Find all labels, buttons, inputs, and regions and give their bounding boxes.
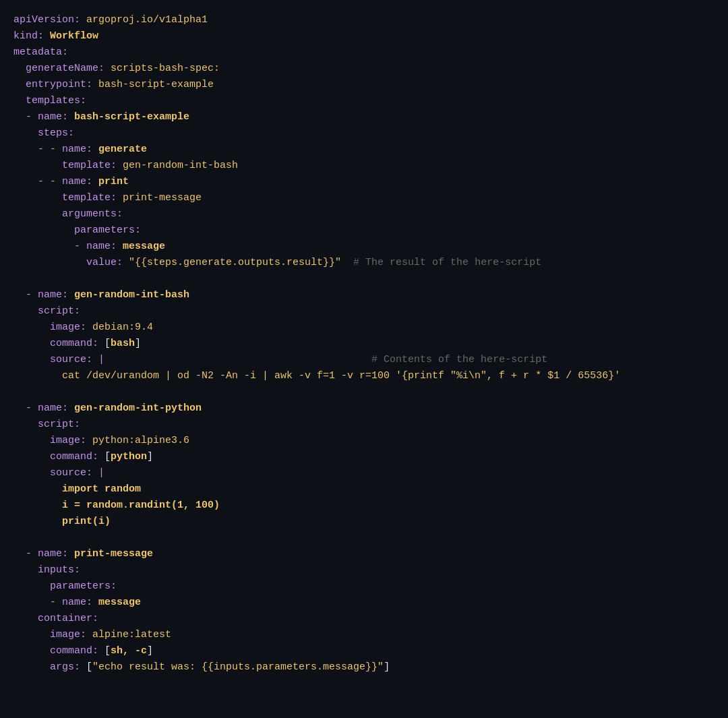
code-token: message <box>123 241 165 252</box>
code-token: - <box>13 289 38 301</box>
code-token: bash-script-example <box>98 79 214 90</box>
code-token: script: <box>13 419 80 430</box>
code-token: kind: <box>13 30 50 42</box>
code-token: command: <box>13 338 104 349</box>
code-token: name: <box>62 144 98 155</box>
code-token: Workflow <box>50 30 98 42</box>
code-token: cat /dev/urandom | od -N2 -An -i | awk -… <box>13 370 620 382</box>
code-line: image: alpine:latest <box>13 627 715 643</box>
code-line: template: gen-random-int-bash <box>13 158 715 174</box>
code-token: gen-random-int-bash <box>123 160 238 171</box>
code-token: ] <box>147 451 153 462</box>
code-line: - name: bash-script-example <box>13 109 715 125</box>
code-line <box>13 271 715 287</box>
code-token: metadata: <box>13 47 68 58</box>
code-token: "echo result was: {{inputs.parameters.me… <box>92 661 384 673</box>
code-token: gen-random-int-python <box>74 402 202 414</box>
code-token: - - <box>13 176 62 187</box>
code-token: name: <box>38 402 74 414</box>
code-token: entrypoint: <box>13 79 98 90</box>
code-line: template: print-message <box>13 190 715 206</box>
code-token: parameters: <box>13 580 117 592</box>
code-line: - name: message <box>13 595 715 611</box>
code-line: value: "{{steps.generate.outputs.result}… <box>13 255 715 271</box>
code-token: print-message <box>123 192 202 204</box>
code-token: steps: <box>13 127 74 139</box>
code-token: scripts-bash-spec: <box>111 63 220 74</box>
code-token: generate <box>98 144 147 155</box>
code-line: - name: gen-random-int-bash <box>13 287 715 303</box>
code-token: generateName: <box>13 63 111 74</box>
code-token: - <box>13 241 86 252</box>
code-line: apiVersion: argoproj.io/v1alpha1 <box>13 12 715 28</box>
code-token: templates: <box>13 95 86 107</box>
code-line <box>13 530 715 546</box>
code-token: template: <box>13 160 123 171</box>
code-editor: apiVersion: argoproj.io/v1alpha1kind: Wo… <box>13 12 715 676</box>
code-token: name: <box>38 289 74 301</box>
code-token: - <box>13 597 62 608</box>
code-line: - - name: generate <box>13 142 715 158</box>
code-token: message <box>98 597 141 608</box>
code-token: debian:9.4 <box>92 322 153 333</box>
code-line: steps: <box>13 125 715 142</box>
code-line: - name: print-message <box>13 546 715 562</box>
code-token: name: <box>38 548 74 560</box>
code-line: source: | <box>13 465 715 481</box>
code-line <box>13 384 715 400</box>
code-line: templates: <box>13 93 715 109</box>
code-token: [ <box>104 338 111 349</box>
code-token: bash-script-example <box>74 111 189 123</box>
code-token: gen-random-int-bash <box>74 289 189 301</box>
code-token: - <box>13 402 38 414</box>
code-token: command: <box>13 645 104 657</box>
code-token: ] <box>147 645 153 657</box>
code-token: alpine:latest <box>92 629 171 640</box>
code-token: python <box>111 451 147 462</box>
code-line: command: [bash] <box>13 336 715 352</box>
code-token: - <box>13 111 38 123</box>
code-token: source: | <box>13 354 104 365</box>
code-line: entrypoint: bash-script-example <box>13 77 715 93</box>
code-token: print <box>98 176 129 187</box>
code-token: [ <box>104 451 111 462</box>
code-line: - name: gen-random-int-python <box>13 400 715 417</box>
code-token: print(i) <box>13 516 111 527</box>
code-line: container: <box>13 611 715 627</box>
code-token: name: <box>38 111 74 123</box>
code-token: name: <box>62 176 98 187</box>
code-line: print(i) <box>13 514 715 530</box>
code-token: argoproj.io/v1alpha1 <box>86 14 208 26</box>
code-line: args: ["echo result was: {{inputs.parame… <box>13 659 715 676</box>
code-token: [ <box>86 661 92 673</box>
code-token: ] <box>384 661 390 673</box>
code-token: image: <box>13 435 92 446</box>
code-line: generateName: scripts-bash-spec: <box>13 61 715 77</box>
code-token: sh, -c <box>111 645 147 657</box>
code-token: args: <box>13 661 86 673</box>
code-line: - - name: print <box>13 174 715 190</box>
code-token: - <box>13 548 38 560</box>
code-token: print-message <box>74 548 153 560</box>
code-line: parameters: <box>13 222 715 239</box>
code-token: name: <box>86 241 123 252</box>
code-token: # Contents of the here-script <box>104 354 547 365</box>
code-line: image: debian:9.4 <box>13 320 715 336</box>
code-token: template: <box>13 192 123 204</box>
code-line: i = random.randint(1, 100) <box>13 498 715 514</box>
code-token: container: <box>13 613 98 624</box>
code-line: metadata: <box>13 44 715 61</box>
code-token: ] <box>135 338 141 349</box>
code-line: - name: message <box>13 239 715 255</box>
code-token: - - <box>13 144 62 155</box>
code-token: apiVersion: <box>13 14 86 26</box>
code-line: command: [sh, -c] <box>13 643 715 659</box>
code-token: parameters: <box>13 225 141 236</box>
code-token: value: <box>13 257 129 268</box>
code-line: cat /dev/urandom | od -N2 -An -i | awk -… <box>13 368 715 384</box>
code-line: source: | # Contents of the here-script <box>13 352 715 368</box>
code-token: i = random.randint(1, 100) <box>13 500 220 511</box>
code-token: import random <box>13 483 141 495</box>
code-token: image: <box>13 629 92 640</box>
code-line: image: python:alpine3.6 <box>13 433 715 449</box>
